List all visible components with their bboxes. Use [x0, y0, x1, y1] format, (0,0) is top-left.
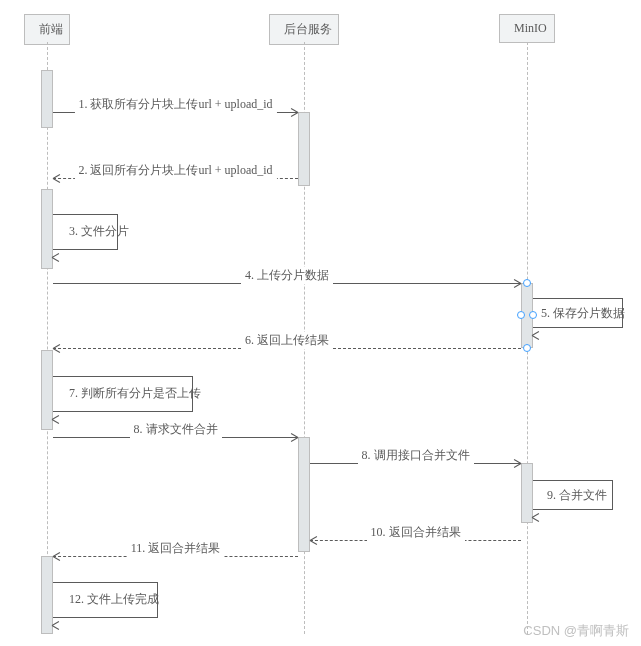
- message-label: 11. 返回合并结果: [127, 540, 225, 557]
- handle-icon: [523, 344, 531, 352]
- sequence-diagram: 前端 后台服务 MinIO 1. 获取所有分片块上传url + upload_i…: [0, 0, 641, 646]
- message-label: 10. 返回合并结果: [367, 524, 465, 541]
- message-6: 6. 返回上传结果: [53, 348, 521, 349]
- message-11: 11. 返回合并结果: [53, 556, 298, 557]
- handle-icon: [523, 279, 531, 287]
- message-label: 12. 文件上传完成: [69, 591, 159, 608]
- participant-frontend: 前端: [24, 14, 70, 45]
- message-3: 3. 文件分片: [53, 214, 118, 250]
- participant-label: MinIO: [514, 21, 547, 35]
- message-10: 10. 返回合并结果: [310, 540, 521, 541]
- message-label: 3. 文件分片: [69, 223, 129, 240]
- message-label: 2. 返回所有分片块上传url + upload_id: [74, 162, 276, 179]
- message-8a: 8. 请求文件合并: [53, 437, 298, 438]
- lifeline-frontend: [47, 42, 48, 634]
- message-9: 9. 合并文件: [533, 480, 613, 510]
- activation-backend-2: [298, 437, 310, 552]
- participant-label: 前端: [39, 22, 63, 36]
- handle-icon: [517, 311, 525, 319]
- message-label: 7. 判断所有分片是否上传: [69, 385, 201, 402]
- message-4: 4. 上传分片数据: [53, 283, 521, 284]
- message-label: 6. 返回上传结果: [241, 332, 333, 349]
- activation-frontend-4: [41, 556, 53, 634]
- watermark: CSDN @青啊青斯: [523, 622, 629, 640]
- message-label: 5. 保存分片数据: [541, 305, 625, 322]
- activation-backend-1: [298, 112, 310, 186]
- message-1: 1. 获取所有分片块上传url + upload_id: [53, 112, 298, 113]
- message-2: 2. 返回所有分片块上传url + upload_id: [53, 178, 298, 179]
- activation-minio-2: [521, 463, 533, 523]
- message-5: 5. 保存分片数据: [533, 298, 623, 328]
- message-label: 8. 调用接口合并文件: [358, 447, 474, 464]
- message-12: 12. 文件上传完成: [53, 582, 158, 618]
- message-label: 4. 上传分片数据: [241, 267, 333, 284]
- message-7: 7. 判断所有分片是否上传: [53, 376, 193, 412]
- watermark-text: CSDN @青啊青斯: [523, 623, 629, 638]
- participant-backend: 后台服务: [269, 14, 339, 45]
- message-label: 8. 请求文件合并: [130, 421, 222, 438]
- message-label: 9. 合并文件: [547, 487, 607, 504]
- participant-label: 后台服务: [284, 22, 332, 36]
- activation-frontend-1: [41, 70, 53, 128]
- message-label: 1. 获取所有分片块上传url + upload_id: [74, 96, 276, 113]
- message-8b: 8. 调用接口合并文件: [310, 463, 521, 464]
- participant-minio: MinIO: [499, 14, 555, 43]
